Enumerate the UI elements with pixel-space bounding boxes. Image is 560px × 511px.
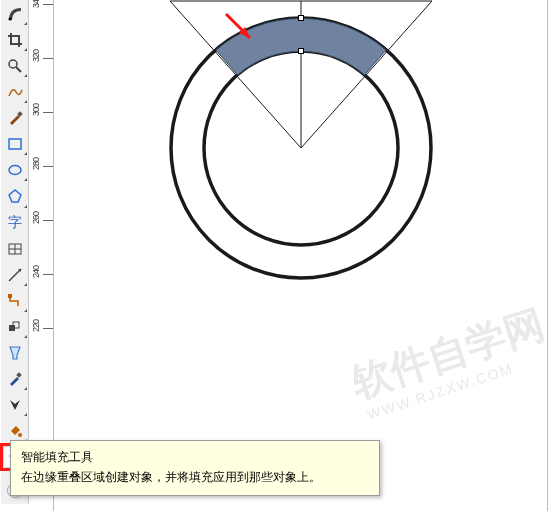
outline-tool[interactable]: [4, 395, 26, 415]
blend-icon: [7, 319, 23, 335]
fill-tool[interactable]: [4, 421, 26, 441]
ruler-label: 280: [31, 158, 41, 170]
page-edge: [547, 0, 548, 511]
zoom-tool[interactable]: [4, 56, 26, 76]
toolbox: 字: [1, 0, 29, 504]
drawing: [54, 0, 554, 420]
bucket-icon: [7, 423, 23, 439]
shape-icon: [7, 6, 23, 22]
svg-point-0: [8, 18, 11, 21]
effects-tool[interactable]: [4, 317, 26, 337]
svg-rect-15: [16, 372, 22, 378]
rect-icon: [7, 136, 23, 152]
rectangle-tool[interactable]: [4, 134, 26, 154]
dimension-tool[interactable]: [4, 265, 26, 285]
crop-icon: [7, 32, 23, 48]
text-icon: 字: [8, 214, 22, 232]
svg-rect-25: [299, 49, 304, 54]
ellipse-tool[interactable]: [4, 160, 26, 180]
ruler-label: 220: [31, 320, 41, 332]
freehand-tool[interactable]: [4, 82, 26, 102]
svg-line-10: [9, 269, 21, 281]
ellipse-icon: [7, 162, 23, 178]
transparency-tool[interactable]: [4, 343, 26, 363]
ruler-label: 340: [31, 0, 41, 8]
ruler-label: 240: [31, 266, 41, 278]
svg-rect-12: [8, 294, 12, 298]
ruler-label: 320: [31, 50, 41, 62]
svg-rect-24: [299, 16, 304, 21]
svg-point-5: [9, 166, 21, 175]
polygon-icon: [7, 188, 23, 204]
dimension-icon: [7, 267, 23, 283]
text-tool[interactable]: 字: [4, 213, 26, 233]
tooltip-desc: 在边缘重叠区域创建对象，并将填充应用到那些对象上。: [21, 470, 321, 484]
brush-icon: [7, 110, 23, 126]
ruler-label: 300: [31, 104, 41, 116]
connector-tool[interactable]: [4, 291, 26, 311]
zoom-icon: [7, 58, 23, 74]
crop-tool[interactable]: [4, 30, 26, 50]
svg-line-2: [16, 67, 21, 72]
eyedropper-tool[interactable]: [4, 369, 26, 389]
polygon-tool[interactable]: [4, 186, 26, 206]
tooltip-title: 智能填充工具: [21, 448, 369, 466]
artistic-media-tool[interactable]: [4, 108, 26, 128]
shape-edit-tool[interactable]: [4, 4, 26, 24]
canvas-area[interactable]: 软件自学网 WWW.RJZXW.COM: [54, 0, 554, 511]
pen-icon: [7, 397, 23, 413]
svg-marker-6: [9, 190, 21, 202]
ruler-label: 260: [31, 212, 41, 224]
glass-icon: [7, 345, 23, 361]
table-tool[interactable]: [4, 239, 26, 259]
svg-point-1: [9, 60, 17, 68]
freehand-icon: [7, 84, 23, 100]
tooltip: 智能填充工具 在边缘重叠区域创建对象，并将填充应用到那些对象上。: [10, 440, 380, 496]
connector-icon: [7, 293, 23, 309]
table-icon: [7, 241, 23, 257]
svg-rect-4: [9, 139, 21, 149]
vertical-ruler: 340 320 300 280 260 240 220: [29, 0, 54, 511]
dropper-icon: [7, 371, 23, 387]
svg-point-16: [18, 433, 22, 437]
